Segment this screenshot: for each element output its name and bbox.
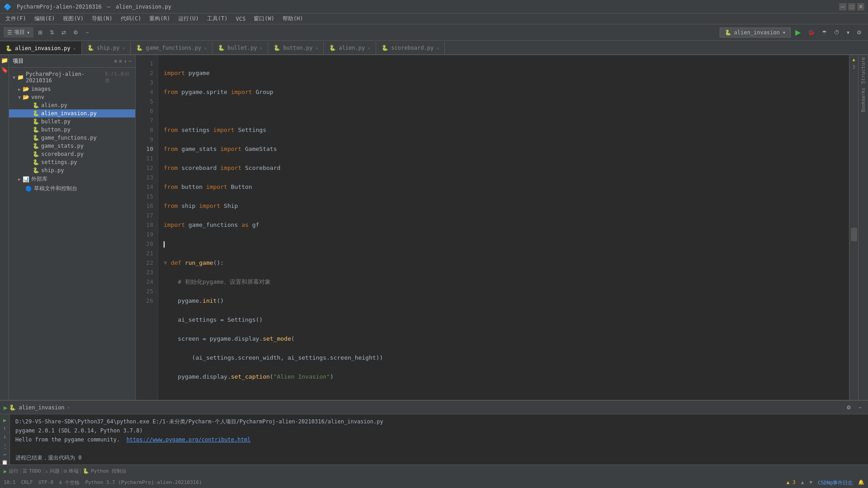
profile-button[interactable]: ⏱ — [831, 28, 842, 37]
menu-refactor[interactable]: 重构(R) — [146, 14, 174, 23]
scrollbar-thumb[interactable] — [851, 228, 857, 241]
minus-btn[interactable]: − — [83, 28, 91, 37]
run-close-icon[interactable]: ✕ — [67, 405, 70, 410]
status-warnings[interactable]: ▲ 3 — [787, 479, 796, 486]
tree-scoreboard-py[interactable]: 🐍 scoreboard.py — [9, 150, 135, 158]
menu-vcs[interactable]: VCS — [232, 15, 250, 23]
status-python[interactable]: Python 3.7 (PycharmProj-alien-20210316) — [85, 479, 202, 486]
tab-scoreboard[interactable]: 🐍 scoreboard.py ✕ — [376, 42, 445, 54]
structure-icon[interactable]: Structure — [860, 57, 866, 84]
tab-alien[interactable]: 🐍 alien.py ✕ — [324, 42, 376, 54]
minimize-button[interactable]: ─ — [839, 3, 846, 10]
tree-settings-py[interactable]: 🐍 settings.py — [9, 158, 135, 166]
settings-py-label: settings.py — [41, 159, 77, 165]
menu-view[interactable]: 视图(V) — [59, 14, 87, 23]
menu-code[interactable]: 代码(C) — [117, 14, 145, 23]
line-num-12: 12 — [136, 163, 153, 173]
debug-button[interactable]: 🐞 — [805, 28, 817, 37]
project-dropdown[interactable]: ☰ 项目 ▾ — [4, 27, 33, 38]
tree-game-functions-py[interactable]: 🐍 game_functions.py — [9, 134, 135, 142]
bookmarks-right-icon[interactable]: Bookmarks — [861, 88, 866, 112]
run-play-icon[interactable]: ▶ — [4, 404, 7, 411]
menu-navigate[interactable]: 导航(N) — [88, 14, 116, 23]
menu-help[interactable]: 帮助(H) — [279, 14, 307, 23]
tab-button[interactable]: 🐍 button.py ✕ — [268, 42, 324, 54]
bottom-tab-bar: ▶ 🐍 alien_invasion ✕ ⚙ − — [0, 401, 868, 414]
status-line-col[interactable]: 10:1 — [4, 479, 16, 486]
line-num-19: 19 — [136, 230, 153, 239]
project-view-icon[interactable]: 📁 — [1, 57, 8, 64]
scroll-down-button[interactable]: ↓ — [1, 433, 9, 440]
todo-tab[interactable]: ☰ TODO — [23, 468, 41, 474]
problems-tab[interactable]: ⚠ 问题 — [45, 468, 60, 474]
panel-sort-icon[interactable]: ↕ — [124, 58, 127, 64]
arrow-right-icon: ▶ — [18, 87, 21, 92]
code-editor[interactable]: 1 2 3 4 5 6 7 8 9 10 11 12 13 14 15 16 1… — [136, 55, 858, 400]
pygame-link[interactable]: https://www.pygame.org/contribute.html — [127, 436, 251, 443]
tree-scratch[interactable]: 🔵 草稿文件和控制台 — [9, 184, 135, 193]
panel-expand-icon[interactable]: ≡ — [119, 58, 122, 64]
maximize-button[interactable]: □ — [848, 3, 855, 10]
toolbar-settings[interactable]: ⚙ — [854, 28, 864, 37]
panel-gear-icon[interactable]: ⚙ — [114, 58, 118, 64]
line-num-24: 24 — [136, 277, 153, 286]
tab-close-game-functions[interactable]: ✕ — [204, 46, 207, 51]
tab-close-scoreboard[interactable]: ✕ — [436, 46, 439, 51]
run-again-button[interactable]: ▶ — [1, 417, 9, 423]
terminal-tab[interactable]: ⊡ 终端 — [64, 468, 79, 474]
python-console-tab[interactable]: 🐍 Python 控制台 — [83, 468, 127, 474]
tree-ship-py[interactable]: 🐍 ship.py — [9, 166, 135, 174]
coverage-button[interactable]: ☂ — [819, 28, 830, 37]
tab-alien-invasion[interactable]: 🐍 alien_invasion.py ✕ — [0, 42, 82, 54]
run-settings-icon[interactable]: ⚙ — [844, 403, 854, 412]
status-indent[interactable]: 4 个空格 — [59, 479, 80, 486]
status-crlf[interactable]: CRLF — [21, 479, 33, 486]
run-minimize-icon[interactable]: − — [856, 403, 864, 412]
tree-external-libs[interactable]: ▶ 📊 外部库 — [9, 174, 135, 184]
filter-button[interactable]: ⋮ — [1, 443, 9, 450]
structure-btn[interactable]: ⊞ — [35, 28, 45, 37]
run-tab[interactable]: 运行 — [9, 468, 19, 474]
tab-close-alien[interactable]: ✕ — [368, 46, 370, 51]
reformat-btn[interactable]: ⇅ — [47, 28, 57, 37]
tree-game-stats-py[interactable]: 🐍 game_stats.py — [9, 142, 135, 150]
tab-close-alien-invasion[interactable]: ✕ — [73, 46, 76, 51]
right-scrollbar[interactable]: ▲ 3 — [849, 55, 858, 400]
tree-button-py[interactable]: 🐍 button.py — [9, 126, 135, 134]
event-log-icon[interactable]: 🔔 — [858, 479, 864, 486]
more-run-btn[interactable]: ▾ — [844, 28, 852, 37]
chevron-up-icon[interactable]: ▲ — [801, 479, 804, 486]
code-text[interactable]: import pygame from pygame.sprite import … — [158, 55, 849, 400]
menu-tools[interactable]: 工具(T) — [203, 14, 231, 23]
tree-alien-py[interactable]: 🐍 alien.py — [9, 101, 135, 109]
settings-btn[interactable]: ⚙ — [71, 28, 81, 37]
tree-root[interactable]: ▼ 📁 PycharmProj-alien-20210316 E:/1-未分类 — [9, 70, 135, 85]
move-btn[interactable]: ⇄ — [59, 28, 69, 37]
bookmarks-icon[interactable]: 🔖 — [1, 66, 8, 73]
tree-images-folder[interactable]: ▶ 📂 images — [9, 85, 135, 93]
tree-bullet-py[interactable]: 🐍 bullet.py — [9, 117, 135, 126]
menu-file[interactable]: 文件(F) — [2, 14, 30, 23]
tab-close-ship[interactable]: ✕ — [122, 46, 125, 51]
tab-game-functions[interactable]: 🐍 game_functions.py ✕ — [131, 42, 212, 54]
tab-ship[interactable]: 🐍 ship.py ✕ — [82, 42, 131, 54]
tab-close-button[interactable]: ✕ — [315, 46, 318, 51]
run-config-selector[interactable]: 🐍 alien_invasion ▾ — [720, 28, 791, 38]
tree-venv-folder[interactable]: ▼ 📂 venv — [9, 93, 135, 101]
scroll-up-button[interactable]: ↑ — [1, 425, 9, 432]
run-button[interactable]: ▶ — [793, 27, 803, 38]
tab-bullet[interactable]: 🐍 bullet.py ✕ — [212, 42, 268, 54]
tree-alien-invasion-py[interactable]: 🐍 alien_invasion.py — [9, 109, 135, 117]
wrap-button[interactable]: ↩ — [1, 451, 9, 458]
tab-close-bullet[interactable]: ✕ — [259, 46, 262, 51]
status-encoding[interactable]: UTF-8 — [38, 479, 53, 486]
chevron-down-icon[interactable]: ▼ — [809, 479, 812, 486]
run-icon-small[interactable]: ▶ — [4, 468, 7, 474]
menu-edit[interactable]: 编辑(E) — [31, 14, 59, 23]
menu-run[interactable]: 运行(U) — [175, 14, 203, 23]
panel-collapse-icon[interactable]: − — [128, 58, 132, 64]
menu-window[interactable]: 窗口(W) — [250, 14, 278, 23]
status-extra[interactable]: CSDN@事件日志 — [818, 479, 853, 486]
close-button[interactable]: ✕ — [857, 3, 864, 10]
code-line-6: from scoreboard import Scoreboard — [164, 163, 844, 173]
